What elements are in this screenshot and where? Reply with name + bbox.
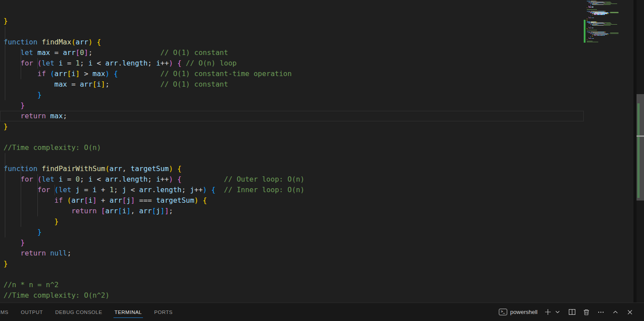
code-line: //n * n = n^2 [4,280,584,290]
editor-region: }function findMax(arr) { let max = arr[0… [0,0,644,303]
code-line: let max = arr[0]; // O(1) constant [4,47,584,58]
minimap-right-edge [633,0,637,303]
minimap-code-texture [587,1,633,43]
overview-ruler-added-marker [637,103,640,198]
code-line [4,26,584,37]
code-line: } [4,16,584,26]
code-area[interactable]: }function findMax(arr) { let max = arr[0… [0,0,584,303]
close-panel-button[interactable] [626,308,634,317]
split-terminal-button[interactable] [567,308,576,317]
code-line: max = arr[i]; // O(1) constant [4,79,584,90]
code-line [4,132,584,142]
chevron-down-icon [555,310,560,314]
code-line: for (let i = 1; i < arr.length; i++) { /… [4,58,584,69]
code-line: } [4,237,584,248]
code-line [4,269,584,280]
code-line: if (arr[i] > max) { // O(1) constant-tim… [4,69,584,79]
code-line: for (let j = i + 1; j < arr.length; j++)… [4,185,584,195]
code-lines: }function findMax(arr) { let max = arr[0… [4,16,584,301]
code-line: function findPairWithSum(arr, targetSum)… [4,164,584,174]
tab-debug-console[interactable]: DEBUG CONSOLE [49,303,109,321]
tab-problems[interactable]: MS [0,303,15,321]
plus-icon [544,308,552,316]
split-editor-icon [568,308,576,316]
more-actions-button[interactable] [596,308,605,317]
code-line: for (let i = 0; i < arr.length; i++) { /… [4,174,584,185]
minimap-git-added-bar [584,20,585,43]
code-line: return [arr[i], arr[j]]; [4,206,584,216]
trash-icon [583,309,590,316]
tab-terminal[interactable]: TERMINAL [108,303,148,321]
terminal-shell-icon: >_ [499,309,507,315]
code-line: } [4,259,584,269]
close-icon [627,309,633,315]
tab-label: PORTS [154,310,173,315]
new-terminal-button[interactable] [543,308,552,317]
tab-label: DEBUG CONSOLE [55,310,102,315]
panel-tab-bar: MSOUTPUTDEBUG CONSOLETERMINALPORTS >_ po… [0,303,644,321]
terminal-actions: >_ powershell [499,308,634,317]
code-line: } [4,121,584,132]
overview-ruler-cursor-marker [637,135,644,137]
terminal-profile-dropdown[interactable] [553,308,562,317]
maximize-panel-button[interactable] [611,308,620,317]
code-line: } [4,227,584,237]
code-line [4,153,584,164]
code-line: } [4,90,584,100]
code-line: function findMax(arr) { [4,37,584,47]
code-line: return null; [4,248,584,259]
tab-label: TERMINAL [114,310,142,315]
code-line: //Time complexity: O(n^2) [4,290,584,301]
tab-output[interactable]: OUTPUT [15,303,49,321]
tab-label: MS [0,310,8,315]
code-line: } [4,216,584,227]
tab-ports[interactable]: PORTS [148,303,179,321]
ellipsis-icon [597,309,604,316]
code-line: return max; [4,111,584,121]
vertical-scrollbar-track[interactable] [637,0,644,303]
minimap[interactable] [584,0,633,48]
terminal-shell-label: powershell [510,309,538,315]
code-line: //Time complexity: O(n) [4,142,584,153]
vscode-window: }function findMax(arr) { let max = arr[0… [0,0,644,321]
panel-tabs: MSOUTPUTDEBUG CONSOLETERMINALPORTS [0,303,179,321]
tab-label: OUTPUT [21,310,43,315]
code-line: } [4,100,584,111]
chevron-up-icon [612,309,618,315]
kill-terminal-button[interactable] [582,308,591,317]
code-line: if (arr[i] + arr[j] === targetSum) { [4,195,584,206]
